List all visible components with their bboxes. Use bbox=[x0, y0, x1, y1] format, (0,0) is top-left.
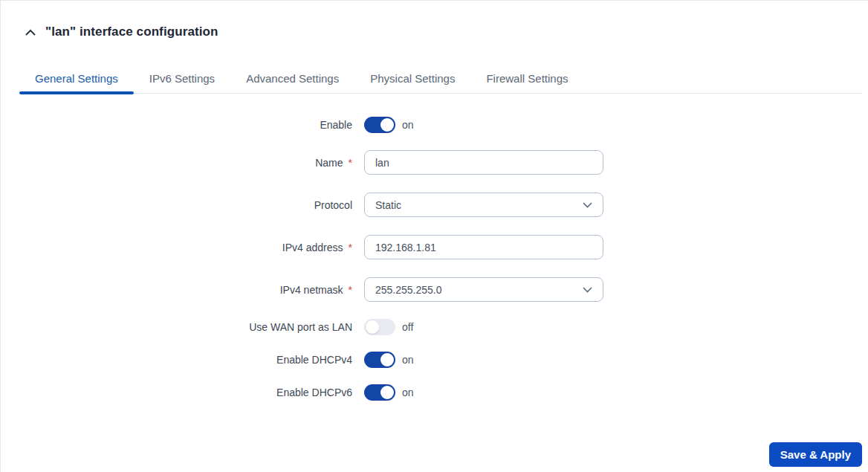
ipv4-netmask-label: IPv4 netmask bbox=[280, 284, 343, 296]
field-row-name: Name* bbox=[1, 150, 868, 175]
field-row-ipv4-netmask: IPv4 netmask* 255.255.255.0 bbox=[1, 277, 868, 302]
enable-toggle[interactable] bbox=[364, 117, 395, 133]
interface-configuration-panel: "lan" interface configuration General Se… bbox=[0, 0, 868, 472]
name-label: Name bbox=[315, 157, 343, 169]
section-title: "lan" interface configuration bbox=[45, 25, 218, 39]
required-asterisk: * bbox=[349, 157, 352, 169]
tab-firewall-settings[interactable]: Firewall Settings bbox=[470, 66, 583, 93]
ipv4-netmask-select[interactable]: 255.255.255.0 bbox=[364, 277, 603, 302]
field-row-dhcpv6: Enable DHCPv6 on bbox=[1, 384, 868, 401]
dhcpv6-toggle[interactable] bbox=[364, 384, 395, 401]
name-input[interactable] bbox=[364, 150, 603, 175]
wan-as-lan-toggle[interactable] bbox=[364, 319, 395, 335]
chevron-down-icon bbox=[583, 287, 592, 293]
required-asterisk: * bbox=[349, 284, 352, 296]
chevron-down-icon bbox=[583, 202, 592, 208]
toggle-knob bbox=[380, 353, 394, 366]
chevron-up-icon[interactable] bbox=[25, 29, 36, 36]
dhcpv6-toggle-state: on bbox=[402, 387, 414, 398]
ipv4-netmask-select-value: 255.255.255.0 bbox=[375, 284, 442, 296]
ipv4-address-input[interactable] bbox=[364, 235, 603, 259]
required-asterisk: * bbox=[349, 242, 352, 253]
toggle-knob bbox=[366, 320, 379, 334]
dhcpv4-label: Enable DHCPv4 bbox=[1, 354, 352, 366]
tab-physical-settings[interactable]: Physical Settings bbox=[354, 66, 470, 93]
toggle-knob bbox=[380, 118, 394, 132]
general-settings-form: Enable on Name* Protocol Static bbox=[1, 94, 868, 401]
toggle-knob bbox=[380, 386, 394, 399]
tab-ipv6-settings[interactable]: IPv6 Settings bbox=[134, 66, 230, 93]
field-row-protocol: Protocol Static bbox=[1, 193, 868, 217]
dhcpv4-toggle-state: on bbox=[402, 354, 414, 366]
enable-toggle-state: on bbox=[402, 119, 414, 131]
field-row-wan-as-lan: Use WAN port as LAN off bbox=[1, 319, 868, 335]
ipv4-address-label: IPv4 address bbox=[282, 242, 343, 253]
field-row-dhcpv4: Enable DHCPv4 on bbox=[1, 352, 868, 368]
protocol-select-value: Static bbox=[375, 199, 401, 211]
tab-general-settings[interactable]: General Settings bbox=[19, 66, 134, 93]
panel-header: "lan" interface configuration bbox=[1, 1, 868, 39]
save-apply-button[interactable]: Save & Apply bbox=[769, 442, 862, 467]
tab-bar: General Settings IPv6 Settings Advanced … bbox=[19, 66, 862, 94]
wan-as-lan-toggle-state: off bbox=[402, 321, 413, 333]
protocol-label: Protocol bbox=[1, 199, 352, 211]
field-row-enable: Enable on bbox=[1, 117, 868, 133]
protocol-select[interactable]: Static bbox=[364, 193, 603, 217]
dhcpv6-label: Enable DHCPv6 bbox=[1, 387, 352, 398]
wan-as-lan-label: Use WAN port as LAN bbox=[1, 321, 352, 333]
enable-label: Enable bbox=[1, 119, 352, 131]
field-row-ipv4-address: IPv4 address* bbox=[1, 235, 868, 259]
dhcpv4-toggle[interactable] bbox=[364, 352, 395, 368]
tab-advanced-settings[interactable]: Advanced Settings bbox=[230, 66, 354, 93]
